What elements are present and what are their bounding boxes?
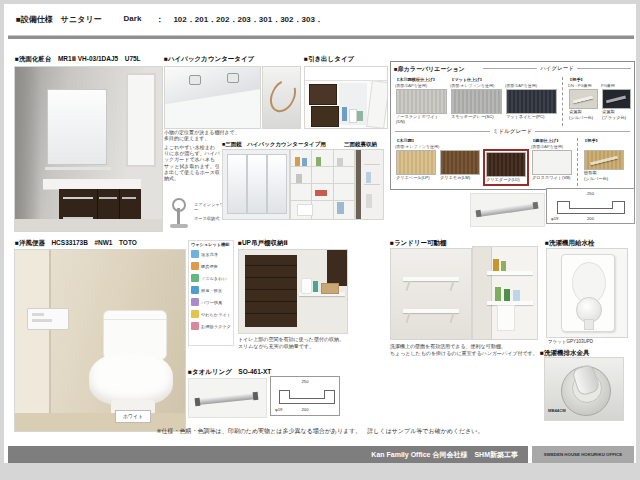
feature-icon xyxy=(191,274,199,282)
counter-photo-1 xyxy=(164,66,261,129)
profile-notch-shape xyxy=(289,390,325,399)
swatch-box: グロスホワイト(VB) xyxy=(531,149,573,182)
swatch-box: スモッキーグレー(SC) xyxy=(450,88,503,121)
towel-ring-dimension-drawing: 250 φ19 200 xyxy=(270,376,340,416)
shelf-line xyxy=(291,200,354,201)
feature-row: お掃除ラクラク xyxy=(191,320,231,332)
color-swatch xyxy=(532,150,572,175)
swatch-name: スモッキーグレー(SC) xyxy=(451,115,502,120)
laundry-title: ■ランドリー可動棚 xyxy=(390,239,447,248)
shelf-line xyxy=(364,164,380,165)
feature-label: お掃除ラクラク xyxy=(201,324,231,329)
valve-plate-shape xyxy=(561,254,615,332)
feature-label: 暖房便座 xyxy=(201,264,218,269)
shelf-shape xyxy=(45,167,111,170)
vanity-photo xyxy=(14,66,163,232)
color-swatch xyxy=(451,89,502,114)
cabinet-door-shape xyxy=(245,255,297,327)
feature-row: ノズルきれい xyxy=(191,272,231,284)
cabinet-cavity-shape xyxy=(339,83,367,125)
mirror-storage-photo xyxy=(290,149,355,220)
swatch-column: (表面:DAPを使用) マットネイビー(PC) xyxy=(504,77,559,121)
swatch-box: クリエペール(LP) xyxy=(395,149,437,182)
feature-label: やわらかライト xyxy=(201,312,231,317)
selected-swatch-box: クリエダーク(LD) xyxy=(483,149,529,186)
laundry-caption-2: ちょっとしたものを掛けるのに重宝するハンガーパイプ付です。 xyxy=(390,350,538,357)
item-shape xyxy=(296,174,302,183)
dim-label-bottom: 200 xyxy=(271,407,339,412)
towel-bar-photo xyxy=(470,193,545,227)
handle-swatch xyxy=(569,89,598,109)
swatch-box: 金属製 (シルバー色) xyxy=(568,88,599,122)
color-swatch xyxy=(506,89,557,114)
footer-client: Kan Family Office 合同会社様 SHM新築工事 xyxy=(371,450,518,460)
mirror-panel-shape xyxy=(267,154,287,214)
remote-button-shape xyxy=(32,313,44,316)
countertop-shape xyxy=(305,67,387,81)
color-swatch xyxy=(396,89,447,114)
swatch-name: クリエペール(LP) xyxy=(396,176,436,181)
swatch-column: 【木目調横柾仕上げ】 (表面:DAPを使用) ノースランドホワイト(DN) xyxy=(394,77,449,126)
counter-title: ■ハイバックカウンタータイプ xyxy=(164,55,254,64)
grade-high-text: ハイグレード xyxy=(540,65,574,72)
shelf-shape xyxy=(403,277,459,281)
footer-bar: Kan Family Office 合同会社様 SHM新築工事 xyxy=(8,446,528,463)
handle-swatch xyxy=(584,150,624,170)
bar-end-shape xyxy=(253,392,259,400)
swatch-column: 【把手】 樹脂製 (シルバー色) xyxy=(582,138,626,183)
mirror-side-photo xyxy=(355,149,384,220)
towel-shape xyxy=(497,305,515,331)
swatch-column: 【把手】 DN・PG兼用 金属製 (シルバー色) xyxy=(567,77,600,122)
grade-mid-label: ミドルグレード xyxy=(395,128,630,135)
item-shape xyxy=(501,261,506,271)
bar-end-shape xyxy=(476,210,482,218)
handle-swatch xyxy=(602,89,631,109)
mirror-panel-shape xyxy=(247,154,267,214)
vanity-title: ■洗面化粧台 MR1Ⅱ VH-03/1DAJ5 U75L xyxy=(15,55,141,64)
upcabinet-title: ■UP吊戸棚収納Ⅱ xyxy=(238,239,288,248)
mirror-panel-shape xyxy=(227,154,247,214)
towelring-title: ■タオルリング SO-461-XT xyxy=(188,368,271,377)
item-shape xyxy=(315,190,327,196)
washlet-title: ウォシュレット機能 xyxy=(191,242,231,247)
slat-line xyxy=(245,265,297,266)
swatch-column: 【マット仕上げ】 (表面:オレフィンを使用) スモッキーグレー(SC) xyxy=(449,77,504,121)
tank-lid-line xyxy=(104,319,166,320)
grade-high-label: ハイグレード xyxy=(483,65,631,72)
wall-corner-shape xyxy=(473,247,492,339)
dim-label-bottom: 200 xyxy=(547,216,634,221)
supply-valve-photo xyxy=(546,248,628,338)
swatch-name: クリエモカ(LM) xyxy=(440,176,480,181)
shelf-line xyxy=(364,184,380,185)
towel-ring-photo xyxy=(188,378,267,418)
faucet-shape xyxy=(227,73,239,83)
swatch-column: クリエモカ(LM) xyxy=(438,138,482,182)
upcabinet-photo xyxy=(238,249,348,334)
faucet-shape xyxy=(189,75,201,85)
color-swatch xyxy=(396,150,436,175)
feature-icon xyxy=(191,250,199,258)
swatch-row-high: 【木目調横柾仕上げ】 (表面:DAPを使用) ノースランドホワイト(DN) 【マ… xyxy=(394,77,633,126)
feature-label: ノズルきれい xyxy=(201,276,227,281)
feature-icon xyxy=(191,262,199,270)
item-shape xyxy=(493,259,499,271)
swatch-name-2: (シルバー色) xyxy=(584,177,624,182)
toilet-seat-shape xyxy=(89,352,173,406)
bar-end-shape xyxy=(195,398,201,406)
colon: ： xyxy=(155,14,163,25)
color-swatch xyxy=(486,152,526,177)
bottle-shape xyxy=(349,109,357,123)
item-shape xyxy=(366,172,371,183)
remote-button-shape xyxy=(32,319,52,322)
bar-end-shape xyxy=(533,202,539,210)
hose-shape xyxy=(265,76,301,117)
item-shape xyxy=(297,204,313,216)
bracket-shape xyxy=(406,281,411,291)
open-door-shape xyxy=(366,80,388,129)
faucet-diagram: エアインシャワー ホース収納式 xyxy=(166,196,228,232)
spacer xyxy=(102,14,124,25)
counter-caption-2: 多目的に使えます。 xyxy=(164,135,209,142)
swatch-name-2: (シルバー色) xyxy=(569,116,598,121)
feature-row: 暖房便座 xyxy=(191,260,231,272)
swatch-name-2: (ブラック色) xyxy=(602,116,631,121)
